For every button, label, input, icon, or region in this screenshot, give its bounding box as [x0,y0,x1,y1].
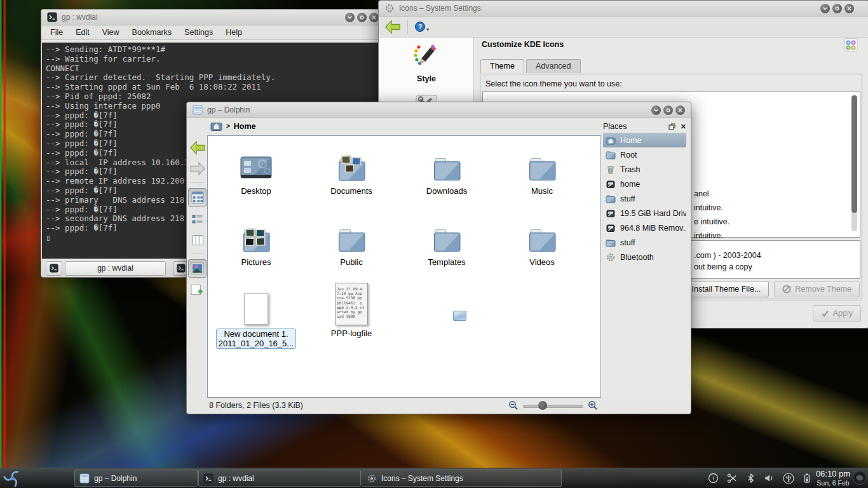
folder-icon [432,141,462,183]
place-home[interactable]: home [603,177,686,191]
columns-view-button[interactable] [189,231,206,248]
tab-theme[interactable]: Theme [480,59,524,73]
maximize-button[interactable] [663,105,673,115]
folder-item[interactable]: Documents [304,141,399,212]
scrollbar[interactable] [851,95,857,231]
dolphin-titlebar[interactable]: gp – Dolphin [187,102,691,118]
float-panel-icon[interactable] [668,123,675,130]
folder-item[interactable]: Public [304,212,399,283]
sidebar-item-style[interactable]: Style [379,37,473,83]
system-settings-titlebar[interactable]: Icons – System Settings [379,1,868,17]
folder-label: Music [531,186,553,196]
status-bar: 8 Folders, 2 Files (3.3 KiB) [187,398,690,413]
file-item[interactable]: New document 1.2011_01_20_16_5... [208,283,304,360]
close-panel-icon[interactable]: ✕ [681,123,686,131]
minimize-button[interactable] [651,105,661,115]
places-title: Places [603,122,627,131]
folder-item[interactable]: Videos [494,212,590,283]
preview-button[interactable] [188,259,207,278]
back-button[interactable] [384,20,401,34]
forward-button[interactable] [189,160,206,177]
volume-tray-icon[interactable] [764,473,775,484]
breadcrumb-home-icon[interactable] [210,121,222,132]
menu-edit[interactable]: Edit [76,28,90,37]
place-label: Home [620,136,641,145]
close-button[interactable] [844,4,854,13]
app-launcher-button[interactable] [0,468,24,488]
folder-item[interactable]: Music [494,141,590,212]
maximize-button[interactable] [357,13,367,22]
place-trash[interactable]: Trash [603,162,686,177]
scissors-tray-icon[interactable] [727,473,738,484]
folder-view[interactable]: DesktopDocumentsDownloadsMusicPicturesPu… [207,135,601,398]
terminal-tab[interactable]: gp : wvdial [65,261,166,276]
task-button[interactable]: gp : wvdial [198,470,361,487]
remove-theme-button[interactable]: Remove Theme [774,281,860,297]
tab-advanced[interactable]: Advanced [526,59,581,73]
place-19-5-gib-hard-drive[interactable]: 19.5 GiB Hard Drive [603,206,686,220]
info-tray-icon[interactable]: i [708,473,719,484]
menu-view[interactable]: View [102,28,119,37]
apply-button[interactable]: Apply [813,305,861,322]
theme-about-fragment: .com ) - 2003-2004 [694,251,761,260]
help-button[interactable]: ?▾ [414,21,429,32]
zoom-slider[interactable] [523,401,583,410]
clock-time: 06:10 pm [813,469,853,479]
menu-help[interactable]: Help [226,28,242,37]
dolphin-window[interactable]: gp – Dolphin > Home DesktopDocumentsDown… [186,102,691,414]
task-button[interactable]: gp – Dolphin [74,470,198,487]
folder-icon [432,212,462,254]
folder-item[interactable]: Pictures [208,212,304,283]
konsole-titlebar[interactable]: gp : wvdial [41,10,384,25]
zoom-out-icon[interactable] [508,400,519,410]
place-stuff[interactable]: stuff [603,191,686,206]
theme-list-fragment: anel. [694,189,711,198]
task-button[interactable]: Icons – System Settings [362,470,562,487]
minimize-button[interactable] [820,4,830,13]
folder-item[interactable]: Templates [399,212,494,283]
folder-item[interactable]: Desktop [208,141,304,212]
place-964-8-mib-remov-[interactable]: 964.8 MiB Remov... [603,220,686,235]
folder-label: Documents [330,186,372,196]
system-settings-title: Icons – System Settings [399,4,481,13]
bluetooth-tray-icon[interactable] [746,473,756,484]
theme-list-fragment: intuitive. [694,203,723,212]
menu-file[interactable]: File [50,28,63,37]
panel-toolbox-cashew[interactable] [852,470,867,485]
battery-tray-icon[interactable] [803,473,812,484]
close-button[interactable] [675,105,685,115]
back-button[interactable] [189,139,206,156]
gear-icon [384,3,395,13]
folder-item[interactable]: Downloads [399,141,494,212]
remove-icon [782,285,791,294]
folder-label: Public [340,257,362,267]
split-view-button[interactable] [189,281,206,299]
usb-tray-icon[interactable] [783,473,794,484]
taskbar-panel: gp – Dolphingp : wvdialIcons – System Se… [0,468,868,488]
zoom-in-icon[interactable] [588,400,598,410]
place-stuff[interactable]: stuff [603,235,686,250]
file-label: PPP-logfile [331,329,372,338]
new-tab-button[interactable] [46,261,62,276]
minimize-button[interactable] [345,13,355,22]
icons-view-button[interactable] [188,188,207,207]
maximize-button[interactable] [832,4,842,13]
trash-icon [606,165,616,175]
dolphin-app-icon [193,105,203,115]
place-label: Trash [620,165,641,174]
menu-bookmarks[interactable]: Bookmarks [132,28,172,37]
folder-icon [337,141,367,183]
dolphin-icon [79,473,90,484]
dolphin-title: gp – Dolphin [207,105,250,114]
digital-clock[interactable]: 06:10 pm Sun, 6 Feb [813,469,853,487]
breadcrumb-home[interactable]: Home [234,122,256,131]
place-root[interactable]: Root [603,147,686,162]
place-home[interactable]: Home [603,133,686,147]
file-icon: Jan 17 09:47:18 gp-Aspire-5738 pppd[1946… [335,283,368,325]
style-icon [412,43,441,69]
close-button[interactable] [369,13,379,22]
place-bluetooth[interactable]: Bluetooth [603,250,686,264]
file-item[interactable]: Jan 17 09:47:18 gp-Aspire-5738 pppd[1946… [304,283,399,360]
details-view-button[interactable] [189,210,206,227]
menu-settings[interactable]: Settings [184,28,213,37]
